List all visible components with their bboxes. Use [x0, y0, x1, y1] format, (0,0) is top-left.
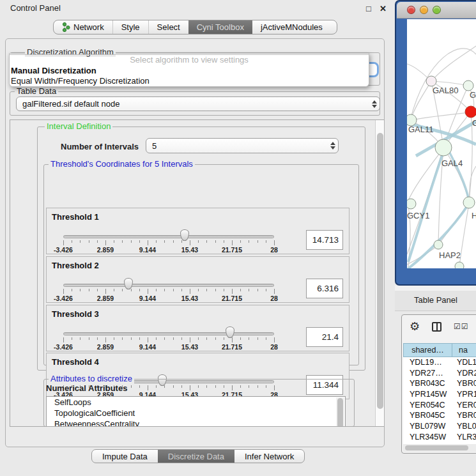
threshold-value-field[interactable]: 21.4	[306, 327, 343, 347]
control-panel-title: Control Panel	[10, 3, 61, 13]
numerical-attributes-list[interactable]: SelfLoopsTopologicalCoefficientBetweenne…	[46, 396, 346, 427]
slider-minor-tick	[215, 240, 216, 243]
table-row[interactable]: YBL079WYBL0	[403, 421, 476, 432]
table-row[interactable]: YDR27…YDR2	[403, 368, 476, 379]
slider-thumb[interactable]	[226, 326, 234, 338]
column-header-name[interactable]: na	[452, 343, 476, 357]
network-node[interactable]	[463, 81, 473, 91]
discretization-algorithm-label: Discretization Algorithm	[25, 48, 116, 57]
network-node[interactable]	[426, 76, 436, 86]
table-row[interactable]: YBR043CYBR0	[403, 378, 476, 389]
slider-minor-tick	[206, 337, 207, 340]
slider-track[interactable]	[63, 235, 274, 238]
slider-minor-tick	[80, 337, 81, 340]
slider-minor-tick	[224, 289, 224, 291]
tab-network[interactable]: Network	[54, 20, 112, 34]
table-row[interactable]: YER054CYER0	[403, 400, 476, 411]
slider-tick-label: 28	[260, 343, 288, 351]
bottom-tab-discretize-data[interactable]: Discretize Data	[158, 450, 234, 463]
slider-minor-tick	[114, 240, 114, 243]
slider-minor-tick	[240, 289, 241, 291]
zoom-light[interactable]	[433, 6, 441, 14]
table-row[interactable]: YLR345WYLR3	[403, 432, 476, 443]
table-data-combobox[interactable]: galFiltered.sif default node	[16, 96, 380, 111]
slider-thumb[interactable]	[124, 278, 133, 289]
slider-minor-tick	[257, 289, 258, 291]
slider-minor-tick	[131, 337, 132, 340]
threshold-value-field[interactable]: 6.316	[306, 279, 343, 298]
slider-track[interactable]	[63, 284, 274, 287]
table-horizontal-scrollbar[interactable]	[403, 444, 476, 452]
slider-minor-tick	[139, 240, 140, 243]
slider-tick-label: 9.144	[134, 295, 162, 302]
table-row[interactable]: YDL19…YDL1	[403, 357, 476, 368]
slider-major-tick	[274, 240, 275, 245]
network-node[interactable]	[435, 139, 452, 156]
number-of-intervals-combobox[interactable]: 5	[146, 138, 339, 153]
slider-track[interactable]	[63, 332, 274, 335]
gear-icon[interactable]: ⚙	[410, 321, 420, 332]
panel-vertical-scrollbar[interactable]	[375, 120, 385, 426]
attribute-list-item[interactable]: TopologicalCoefficient	[47, 408, 345, 418]
column-header-shared-name[interactable]: shared…	[403, 343, 452, 357]
network-canvas[interactable]: GAL80GALGGAL11GAL4GCY1HHAP2	[407, 19, 476, 268]
slider-minor-tick	[164, 240, 165, 243]
slider-thumb[interactable]	[180, 229, 189, 241]
slider-minor-tick	[139, 337, 140, 340]
attributes-group-label: Attributes to discretize	[49, 374, 134, 383]
attributes-list-scrollbar[interactable]	[336, 397, 344, 427]
network-edge	[407, 148, 443, 203]
network-node[interactable]	[434, 240, 443, 249]
slider-minor-tick	[249, 240, 249, 243]
slider-tick-label: 9.144	[134, 246, 162, 254]
slider-minor-tick	[122, 337, 123, 340]
network-node[interactable]	[455, 262, 464, 268]
table-panel-title: Table Panel	[414, 295, 457, 305]
bottom-tab-infer-network[interactable]: Infer Network	[234, 450, 304, 463]
column-layout-icon[interactable]	[432, 322, 441, 332]
algorithm-dropdown-popup: Select algorithm to view settings Manual…	[9, 53, 369, 87]
slider-minor-tick	[224, 337, 224, 340]
cell-shared-name: YLR345W	[403, 432, 456, 443]
slider-major-tick	[274, 289, 275, 294]
network-node-label: GAL11	[408, 125, 434, 134]
bottom-tab-impute-data[interactable]: Impute Data	[92, 450, 158, 463]
slider-major-tick	[105, 337, 106, 342]
tab-label: Select	[157, 22, 180, 32]
slider-minor-tick	[164, 337, 165, 340]
slider-minor-tick	[198, 289, 199, 291]
slider-tick-label: 2.859	[91, 246, 119, 254]
cell-shared-name: YDR27…	[403, 368, 456, 379]
tab-jactivemnodules[interactable]: jActiveMNodules	[252, 20, 331, 34]
tab-style[interactable]: Style	[112, 20, 148, 34]
number-of-intervals-label: Number of Intervals	[61, 142, 139, 151]
dropdown-option[interactable]: Equal Width/Frequency Discretization	[10, 76, 369, 86]
slider-minor-tick	[122, 240, 123, 243]
slider-minor-tick	[156, 240, 157, 243]
slider-minor-tick	[240, 240, 241, 243]
network-node[interactable]	[463, 197, 475, 208]
attribute-list-item[interactable]: SelfLoops	[47, 397, 345, 408]
close-window-icon[interactable]: ✕	[380, 4, 387, 13]
table-data-label: Table Data	[15, 87, 58, 96]
slider-minor-tick	[72, 289, 72, 291]
checkbox-icons[interactable]: ☑☑	[454, 322, 469, 331]
node-table: ⚙ ☑☑ shared… na YDL19…YDL1YDR27…YDR2YBR0…	[401, 314, 476, 454]
close-light[interactable]	[407, 6, 415, 14]
threshold-value-field[interactable]: 14.713	[306, 230, 343, 250]
float-window-icon[interactable]: □	[366, 4, 371, 13]
dropdown-option[interactable]: Manual Discretization	[10, 66, 369, 76]
network-node[interactable]	[407, 199, 416, 209]
network-node[interactable]	[465, 106, 476, 118]
slider-major-tick	[190, 337, 190, 342]
network-node-label: GAL	[470, 90, 476, 100]
attribute-list-item[interactable]: BetweennessCentrality	[47, 418, 345, 427]
network-window-titlebar[interactable]	[397, 2, 476, 19]
tab-cyni-toolbox[interactable]: Cyni Toolbox	[188, 20, 252, 34]
table-row[interactable]: YBR045CYBR0	[403, 410, 476, 421]
table-row[interactable]: YPR145WYPR1	[403, 389, 476, 400]
tab-label: Style	[121, 22, 140, 32]
tab-select[interactable]: Select	[148, 20, 188, 34]
slider-minor-tick	[173, 240, 174, 243]
minimize-light[interactable]	[420, 6, 428, 14]
